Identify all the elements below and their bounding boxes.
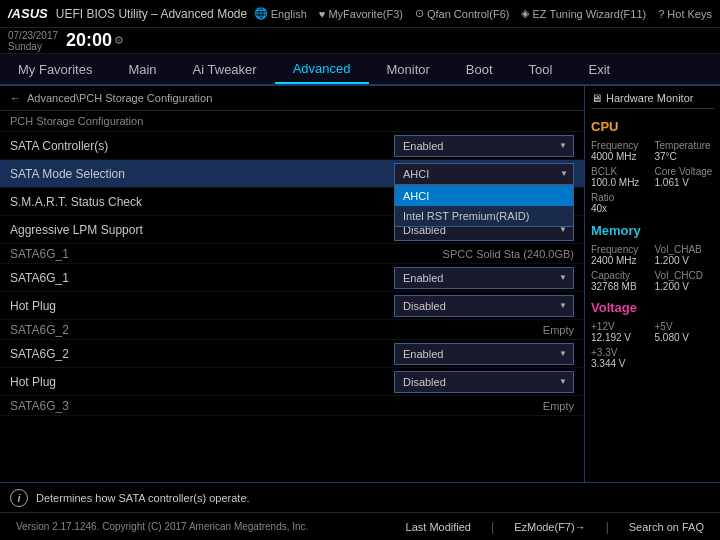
cpu-temp-col: Temperature 37°C	[655, 140, 715, 162]
hot-plug1-value[interactable]: Disabled	[394, 295, 574, 317]
config-area: SATA Controller(s) Enabled SATA Mode Sel…	[0, 132, 584, 482]
memory-capacity-col: Capacity 32768 MB	[591, 270, 651, 292]
nav-item-my-favorites[interactable]: My Favorites	[0, 54, 110, 84]
smart-label: S.M.A.R.T. Status Check	[10, 195, 394, 209]
memory-volchab-col: Vol_CHAB 1.200 V	[655, 244, 715, 266]
hot-plug2-dropdown[interactable]: Disabled	[394, 371, 574, 393]
sata6g1-port-value[interactable]: Enabled	[394, 267, 574, 289]
sata-controller-label: SATA Controller(s)	[10, 139, 394, 153]
cpu-ratio-value: 40x	[591, 203, 614, 214]
hw-monitor-title: 🖥 Hardware Monitor	[591, 92, 714, 109]
back-arrow-icon[interactable]: ←	[10, 92, 21, 104]
info-bar: i Determines how SATA controller(s) oper…	[0, 482, 720, 512]
cpu-freq-temp: Frequency 4000 MHz Temperature 37°C	[591, 140, 714, 162]
cpu-bclk-label: BCLK	[591, 166, 651, 177]
voltage-33v-value: 3.344 V	[591, 358, 625, 369]
memory-volchcd-col: Vol_CHCD 1.200 V	[655, 270, 715, 292]
memory-capacity-value: 32768 MB	[591, 281, 651, 292]
voltage-33v-label: +3.3V	[591, 347, 625, 358]
qfan-control[interactable]: ⊙ Qfan Control(F6)	[415, 7, 510, 20]
info-text: Determines how SATA controller(s) operat…	[36, 492, 250, 504]
sata6g1-header-label: SATA6G_1	[10, 247, 443, 261]
date: 07/23/2017	[8, 30, 58, 41]
copyright-text: Version 2.17.1246. Copyright (C) 2017 Am…	[16, 521, 308, 532]
memory-frequency-value: 2400 MHz	[591, 255, 651, 266]
sata-mode-menu: AHCI Intel RST Premium(RAID)	[394, 185, 574, 227]
cpu-core-voltage-value: 1.061 V	[655, 177, 715, 188]
fan-icon: ⊙	[415, 7, 424, 20]
sata-controller-value[interactable]: Enabled	[394, 135, 574, 157]
sata6g2-port-value[interactable]: Enabled	[394, 343, 574, 365]
cpu-bclk-col: BCLK 100.0 MHz	[591, 166, 651, 188]
sata-mode-dropdown[interactable]: AHCI	[394, 163, 574, 185]
sata6g1-device: SPCC Solid Sta (240.0GB)	[443, 248, 574, 260]
sata6g2-header-row: SATA6G_2 Empty	[0, 320, 584, 340]
breadcrumb: ← Advanced\PCH Storage Configuration	[0, 86, 584, 111]
nav-item-main[interactable]: Main	[110, 54, 174, 84]
my-favorites-shortcut[interactable]: ♥ MyFavorite(F3)	[319, 8, 403, 20]
language-selector[interactable]: 🌐 English	[254, 7, 307, 20]
breadcrumb-path: Advanced\PCH Storage Configuration	[27, 92, 212, 104]
sata6g2-port-row[interactable]: SATA6G_2 Enabled	[0, 340, 584, 368]
ez-tuning[interactable]: ◈ EZ Tuning Wizard(F11)	[521, 7, 646, 20]
hot-keys[interactable]: ? Hot Keys	[658, 8, 712, 20]
cpu-corevoltage-col: Core Voltage 1.061 V	[655, 166, 715, 188]
sata6g2-port-dropdown[interactable]: Enabled	[394, 343, 574, 365]
ez-mode-action[interactable]: EzMode(F7)→	[514, 521, 586, 533]
nav-item-exit[interactable]: Exit	[570, 54, 628, 84]
settings-icon[interactable]: ⚙	[114, 34, 124, 47]
hw-monitor-panel: 🖥 Hardware Monitor CPU Frequency 4000 MH…	[585, 86, 720, 482]
sata-mode-value[interactable]: AHCI AHCI Intel RST Premium(RAID)	[394, 163, 574, 185]
ahci-option[interactable]: AHCI	[395, 186, 573, 206]
nav-item-boot[interactable]: Boot	[448, 54, 511, 84]
sata-mode-label: SATA Mode Selection	[10, 167, 394, 181]
hot-plug1-dropdown[interactable]: Disabled	[394, 295, 574, 317]
voltage-section-title: Voltage	[591, 300, 714, 315]
nav-item-monitor[interactable]: Monitor	[369, 54, 448, 84]
hot-plug2-value[interactable]: Disabled	[394, 371, 574, 393]
sata6g2-header-label: SATA6G_2	[10, 323, 543, 337]
nav-item-tool[interactable]: Tool	[511, 54, 571, 84]
cpu-frequency-col: Frequency 4000 MHz	[591, 140, 651, 162]
sata-controller-dropdown[interactable]: Enabled	[394, 135, 574, 157]
cpu-frequency-label: Frequency	[591, 140, 651, 151]
hot-plug2-row[interactable]: Hot Plug Disabled	[0, 368, 584, 396]
cpu-core-voltage-label: Core Voltage	[655, 166, 715, 177]
cpu-section-title: CPU	[591, 119, 714, 134]
bios-title: UEFI BIOS Utility – Advanced Mode	[56, 7, 254, 21]
sata6g1-port-row[interactable]: SATA6G_1 Enabled	[0, 264, 584, 292]
sata-controller-row[interactable]: SATA Controller(s) Enabled	[0, 132, 584, 160]
voltage-12v-col: +12V 12.192 V	[591, 321, 651, 343]
intel-rst-option[interactable]: Intel RST Premium(RAID)	[395, 206, 573, 226]
sata6g3-device: Empty	[543, 400, 574, 412]
voltage-5v-col: +5V 5.080 V	[655, 321, 715, 343]
last-modified-action[interactable]: Last Modified	[406, 521, 471, 533]
memory-capacity-label: Capacity	[591, 270, 651, 281]
nav-item-ai-tweaker[interactable]: Ai Tweaker	[175, 54, 275, 84]
search-faq-action[interactable]: Search on FAQ	[629, 521, 704, 533]
monitor-icon: 🖥	[591, 92, 602, 104]
memory-vol-chab-value: 1.200 V	[655, 255, 715, 266]
memory-section-title: Memory	[591, 223, 714, 238]
language-label: English	[271, 8, 307, 20]
aggressive-lpm-label: Aggressive LPM Support	[10, 223, 394, 237]
sata6g1-header-row: SATA6G_1 SPCC Solid Sta (240.0GB)	[0, 244, 584, 264]
nav-menu: My FavoritesMainAi TweakerAdvancedMonito…	[0, 54, 720, 86]
nav-item-advanced[interactable]: Advanced	[275, 54, 369, 84]
voltage-12v-5v: +12V 12.192 V +5V 5.080 V	[591, 321, 714, 343]
datetime-bar: 07/23/2017 Sunday 20:00 ⚙	[0, 28, 720, 54]
cpu-bclk-voltage: BCLK 100.0 MHz Core Voltage 1.061 V	[591, 166, 714, 188]
bottom-actions: Last Modified | EzMode(F7)→ | Search on …	[406, 520, 704, 534]
cpu-ratio-label: Ratio	[591, 192, 614, 203]
memory-freq-col: Frequency 2400 MHz	[591, 244, 651, 266]
sata-mode-row[interactable]: SATA Mode Selection AHCI AHCI Intel RST …	[0, 160, 584, 188]
top-bar-right: 🌐 English ♥ MyFavorite(F3) ⊙ Qfan Contro…	[254, 7, 712, 20]
memory-vol-chab-label: Vol_CHAB	[655, 244, 715, 255]
hot-plug1-row[interactable]: Hot Plug Disabled	[0, 292, 584, 320]
voltage-12v-value: 12.192 V	[591, 332, 651, 343]
sata6g2-port-label: SATA6G_2	[10, 347, 394, 361]
tuning-icon: ◈	[521, 7, 529, 20]
cpu-temperature-value: 37°C	[655, 151, 715, 162]
sata6g1-port-dropdown[interactable]: Enabled	[394, 267, 574, 289]
voltage-12v-label: +12V	[591, 321, 651, 332]
